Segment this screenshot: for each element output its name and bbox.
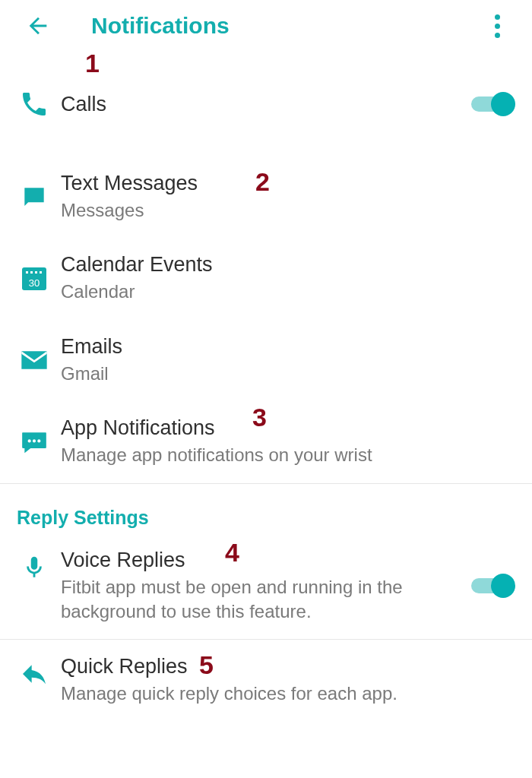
app-notifications-icon [17,425,52,460]
item-text-messages[interactable]: Text Messages Messages 2 [0,157,532,238]
header-bar: Notifications [0,0,532,52]
microphone-icon [17,550,52,585]
back-arrow-icon [25,13,51,39]
svg-point-8 [37,439,40,442]
item-label: Emails [61,335,515,359]
svg-rect-1 [26,271,28,274]
item-quick-replies[interactable]: Quick Replies Manage quick reply choices… [0,640,532,721]
svg-text:30: 30 [29,277,40,289]
item-sublabel: Messages [61,198,515,223]
back-button[interactable] [23,11,53,41]
mail-icon [17,343,52,378]
svg-rect-4 [40,271,42,274]
svg-point-6 [28,439,31,442]
item-voice-replies[interactable]: Voice Replies Fitbit app must be open an… [0,533,532,640]
phone-icon [17,87,52,122]
page-title: Notifications [91,13,230,39]
dot-icon [495,24,500,29]
chat-icon [17,180,52,215]
item-label: Text Messages [61,172,515,195]
item-label: Quick Replies [61,655,515,678]
voice-replies-toggle[interactable] [471,574,515,598]
item-sublabel: Manage quick reply choices for each app. [61,682,515,706]
item-calendar-events[interactable]: 30 Calendar Events Calendar [0,238,532,319]
settings-list: Calls 1 Text Messages Messages 2 30 [0,52,532,722]
overflow-menu-button[interactable] [482,11,512,41]
annotation-marker: 1 [85,49,100,78]
item-sublabel: Manage app notifications on your wrist [61,443,515,467]
item-sublabel: Gmail [61,362,515,386]
calendar-icon: 30 [17,261,52,296]
item-label: Voice Replies [61,549,465,572]
svg-rect-2 [30,271,33,274]
item-sublabel: Calendar [61,280,515,304]
reply-icon [17,656,52,691]
item-sublabel: Fitbit app must be open and running in t… [61,575,465,625]
item-app-notifications[interactable]: App Notifications Manage app notificatio… [0,401,532,482]
svg-point-7 [33,439,36,442]
reply-settings-header: Reply Settings [0,484,532,533]
item-calls[interactable]: Calls 1 [0,52,532,157]
svg-rect-3 [35,271,37,274]
toggle-thumb-icon [491,574,515,598]
item-label: App Notifications [61,416,515,440]
item-label: Calls [61,93,465,116]
dot-icon [495,14,500,20]
calls-toggle[interactable] [471,92,515,116]
item-emails[interactable]: Emails Gmail [0,320,532,401]
item-label: Calendar Events [61,253,515,277]
dot-icon [495,33,500,38]
toggle-thumb-icon [491,92,515,116]
